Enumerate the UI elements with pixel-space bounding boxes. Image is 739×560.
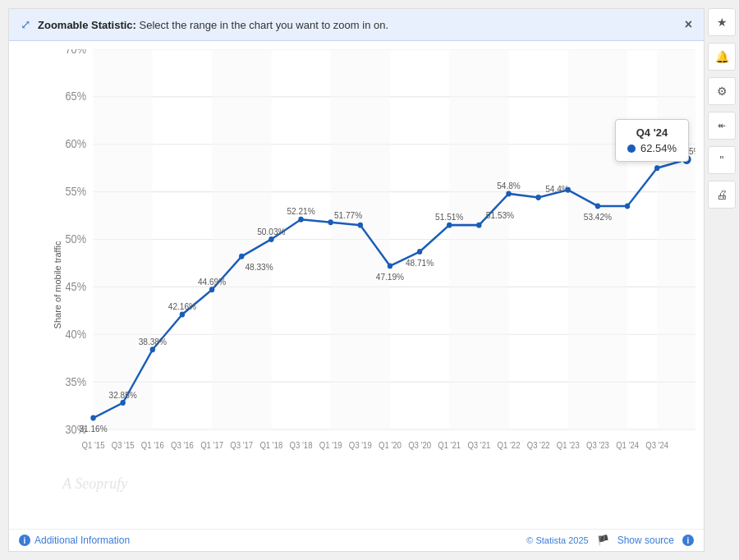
svg-text:45%: 45% <box>65 280 86 293</box>
svg-text:Q1 '19: Q1 '19 <box>319 441 342 450</box>
svg-text:60%: 60% <box>65 138 86 151</box>
svg-text:54.4%: 54.4% <box>545 183 569 193</box>
print-button[interactable]: 🖨 <box>708 181 736 209</box>
svg-point-59 <box>654 165 659 171</box>
zoom-banner: ⤢ Zoomable Statistic: Select the range i… <box>9 9 704 41</box>
svg-point-43 <box>388 263 392 269</box>
svg-text:42.16%: 42.16% <box>168 301 196 311</box>
svg-point-38 <box>298 217 303 223</box>
show-source-info-icon: i <box>682 535 694 546</box>
quote-button[interactable]: " <box>708 146 736 174</box>
show-source-button[interactable]: Show source <box>617 535 674 546</box>
svg-point-49 <box>476 223 481 228</box>
svg-point-40 <box>328 219 333 225</box>
svg-text:Q1 '24: Q1 '24 <box>616 441 639 450</box>
svg-text:65%: 65% <box>65 90 86 103</box>
zoom-icon: ⤢ <box>21 17 31 32</box>
svg-text:Q3 '24: Q3 '24 <box>645 441 668 450</box>
svg-text:54.8%: 54.8% <box>497 181 521 190</box>
svg-text:52.21%: 52.21% <box>287 206 314 216</box>
svg-point-24 <box>90 415 95 421</box>
footer-left: i Additional Information <box>19 535 130 546</box>
svg-text:51.77%: 51.77% <box>334 210 362 220</box>
svg-text:Q1 '15: Q1 '15 <box>82 441 105 450</box>
svg-text:53.42%: 53.42% <box>584 212 612 222</box>
svg-rect-19 <box>212 49 271 429</box>
svg-text:51.53%: 51.53% <box>486 210 514 220</box>
svg-text:Q3 '18: Q3 '18 <box>290 441 313 450</box>
footer-right: © Statista 2025 🏴 Show source i <box>526 535 694 546</box>
svg-text:Q3 '23: Q3 '23 <box>586 441 609 450</box>
svg-point-47 <box>447 223 452 228</box>
sidebar: ★ 🔔 ⚙ ↞ " 🖨 <box>705 0 739 560</box>
bookmark-button[interactable]: ★ <box>708 8 736 36</box>
svg-rect-18 <box>94 49 153 429</box>
info-icon: i <box>19 535 30 546</box>
svg-text:55%: 55% <box>65 186 86 199</box>
svg-point-45 <box>417 249 422 255</box>
svg-point-36 <box>269 236 273 242</box>
svg-text:Q1 '17: Q1 '17 <box>200 441 223 450</box>
svg-text:31.16%: 31.16% <box>79 424 107 434</box>
zoom-banner-text: Zoomable Statistic: Select the range in … <box>38 19 388 31</box>
svg-text:Q1 '23: Q1 '23 <box>557 441 580 450</box>
svg-text:Q1 '18: Q1 '18 <box>259 441 282 450</box>
svg-text:47.19%: 47.19% <box>376 272 404 282</box>
svg-rect-23 <box>657 49 695 429</box>
svg-text:48.33%: 48.33% <box>245 261 273 271</box>
zoom-desc: Select the range in the chart you want t… <box>140 19 389 31</box>
svg-text:50%: 50% <box>65 233 86 246</box>
svg-text:Q3 '15: Q3 '15 <box>112 441 135 450</box>
svg-rect-21 <box>449 49 508 429</box>
svg-point-32 <box>209 287 214 292</box>
chart-container: ⤢ Zoomable Statistic: Select the range i… <box>8 8 705 552</box>
additional-info-label[interactable]: Additional Information <box>34 535 130 546</box>
svg-text:Q3 '16: Q3 '16 <box>171 441 194 450</box>
svg-text:35%: 35% <box>65 375 86 388</box>
share-button[interactable]: ↞ <box>708 112 736 140</box>
svg-text:32.85%: 32.85% <box>109 389 137 399</box>
svg-point-56 <box>595 204 600 209</box>
svg-text:38.38%: 38.38% <box>139 337 167 347</box>
svg-point-42 <box>358 223 363 228</box>
svg-text:48.71%: 48.71% <box>406 257 434 267</box>
svg-text:44.69%: 44.69% <box>198 277 226 287</box>
svg-text:Q3 '22: Q3 '22 <box>527 441 550 450</box>
settings-button[interactable]: ⚙ <box>708 77 736 105</box>
svg-point-51 <box>506 190 511 196</box>
svg-text:Q1 '22: Q1 '22 <box>498 441 521 450</box>
chart-area: Share of mobile traffic 70% 65% 60% 55% … <box>9 41 704 529</box>
statista-credit: © Statista 2025 <box>526 535 588 545</box>
zoom-bold: Zoomable Statistic: <box>38 19 136 31</box>
svg-text:Q3 '17: Q3 '17 <box>230 441 253 450</box>
svg-point-55 <box>566 187 571 193</box>
svg-point-34 <box>239 254 244 259</box>
svg-point-53 <box>535 195 540 200</box>
svg-text:Q3 '19: Q3 '19 <box>349 441 372 450</box>
chart-svg: 70% 65% 60% 55% 50% 45% 40% 35% 30% <box>58 49 695 496</box>
y-axis-label: Share of mobile traffic <box>53 241 62 329</box>
svg-text:40%: 40% <box>65 328 86 341</box>
chart-footer: i Additional Information © Statista 2025… <box>9 529 704 551</box>
svg-text:Q3 '20: Q3 '20 <box>408 441 431 450</box>
svg-text:51.51%: 51.51% <box>435 212 463 222</box>
svg-rect-22 <box>568 49 627 429</box>
svg-point-30 <box>180 311 185 317</box>
svg-text:Q1 '20: Q1 '20 <box>379 441 402 450</box>
svg-point-58 <box>625 204 630 209</box>
svg-point-28 <box>150 347 155 352</box>
close-icon[interactable]: × <box>685 17 692 32</box>
svg-text:Q1 '16: Q1 '16 <box>141 441 164 450</box>
svg-text:63.35%: 63.35% <box>672 146 695 156</box>
svg-text:Q1 '21: Q1 '21 <box>438 441 461 450</box>
svg-rect-20 <box>331 49 390 429</box>
notifications-button[interactable]: 🔔 <box>708 43 736 71</box>
svg-point-26 <box>120 400 125 406</box>
svg-text:Q3 '21: Q3 '21 <box>467 441 490 450</box>
svg-text:70%: 70% <box>65 49 86 56</box>
flag-icon: 🏴 <box>597 535 609 546</box>
svg-text:50.03%: 50.03% <box>257 226 285 236</box>
